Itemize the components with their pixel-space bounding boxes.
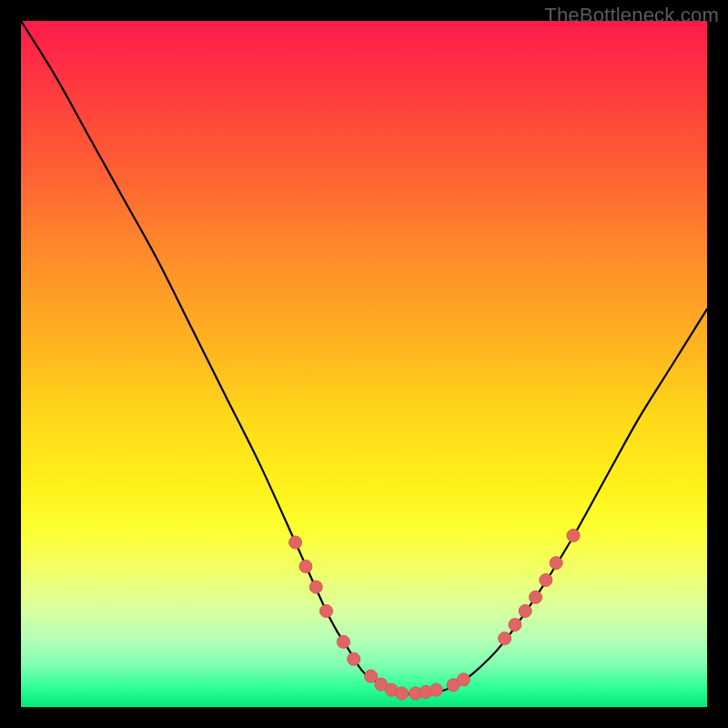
curve-marker [499, 632, 511, 645]
curve-marker [530, 591, 542, 603]
curve-marker [567, 530, 580, 542]
bottleneck-curve-line [21, 21, 707, 693]
curve-marker [365, 670, 378, 682]
curve-marker [289, 536, 302, 549]
chart-svg [21, 21, 707, 707]
curve-marker [410, 687, 422, 700]
curve-marker [540, 574, 552, 587]
curve-marker [375, 678, 388, 691]
curve-marker [348, 652, 360, 665]
curve-marker [320, 604, 333, 617]
curve-marker [337, 635, 349, 648]
curve-marker [447, 679, 460, 692]
curve-marker [420, 685, 432, 698]
chart-plot-area [21, 21, 707, 707]
curve-marker [509, 619, 521, 632]
curve-markers [289, 530, 580, 700]
curve-marker [519, 604, 531, 617]
curve-marker [385, 683, 398, 696]
curve-marker [430, 683, 442, 696]
curve-marker [395, 687, 408, 700]
watermark-text: TheBottleneck.com [544, 4, 719, 27]
curve-marker [457, 673, 470, 686]
curve-marker [299, 560, 312, 572]
curve-marker [550, 557, 562, 570]
curve-marker [309, 581, 322, 593]
